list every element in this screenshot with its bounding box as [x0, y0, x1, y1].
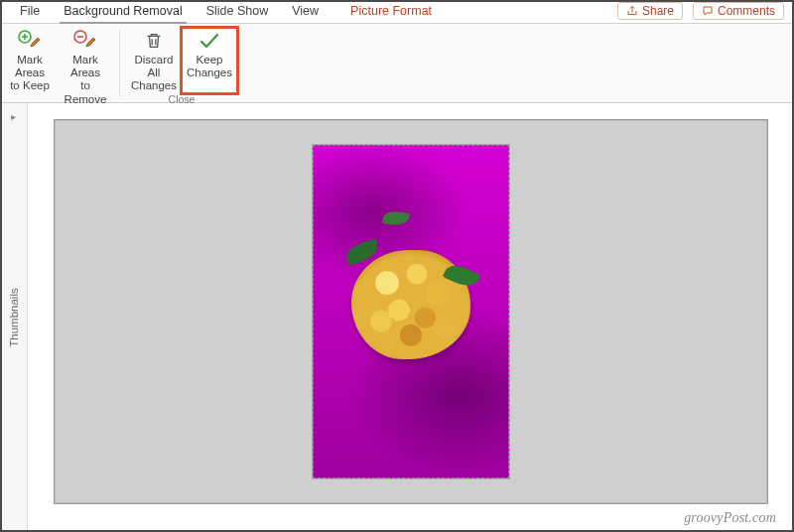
thumbnails-label: Thumbnails: [8, 288, 20, 346]
tab-strip: File Background Removal Slide Show View …: [0, 0, 794, 24]
main-area: ▸ Thumbnails groovyPost.com: [0, 103, 794, 532]
pencil-plus-icon: [16, 30, 44, 52]
tab-file[interactable]: File: [8, 0, 52, 23]
comments-icon: [702, 5, 714, 17]
thumbnails-panel[interactable]: ▸ Thumbnails: [0, 103, 28, 532]
tab-background-removal[interactable]: Background Removal: [52, 0, 195, 23]
keep-changes-button[interactable]: Keep Changes: [182, 28, 237, 93]
share-label: Share: [642, 4, 674, 18]
tab-view[interactable]: View: [280, 0, 331, 23]
keep-label: Keep Changes: [187, 54, 232, 79]
ribbon: Mark Areas to Keep Mark Areas to Remove …: [0, 24, 794, 103]
discard-label: Discard All Changes: [128, 54, 180, 93]
tab-slide-show[interactable]: Slide Show: [195, 0, 281, 23]
mark-keep-label: Mark Areas to Keep: [4, 54, 56, 93]
top-right-actions: Share Comments: [617, 2, 784, 20]
comments-label: Comments: [718, 4, 775, 18]
slide[interactable]: [54, 119, 768, 504]
ribbon-group-close: Discard All Changes Keep Changes Close: [124, 24, 239, 102]
checkmark-icon: [196, 30, 223, 52]
slide-canvas-area: groovyPost.com: [28, 103, 794, 532]
trash-icon: [140, 30, 168, 52]
pencil-minus-icon: [71, 30, 99, 52]
comments-button[interactable]: Comments: [693, 2, 784, 20]
discard-all-changes-button[interactable]: Discard All Changes: [126, 28, 182, 93]
mark-areas-to-remove-button[interactable]: Mark Areas to Remove: [58, 28, 113, 106]
ribbon-group-refine: Mark Areas to Keep Mark Areas to Remove …: [0, 24, 115, 102]
mark-areas-to-keep-button[interactable]: Mark Areas to Keep: [2, 28, 58, 106]
expand-thumbnails-icon[interactable]: ▸: [11, 111, 16, 122]
watermark-text: groovyPost.com: [684, 510, 776, 526]
mark-remove-label: Mark Areas to Remove: [60, 54, 111, 106]
share-icon: [626, 5, 638, 17]
tab-picture-format[interactable]: Picture Format: [338, 0, 444, 23]
leaf-shape: [382, 209, 410, 226]
ribbon-separator: [119, 30, 120, 96]
share-button[interactable]: Share: [617, 2, 683, 20]
selected-picture[interactable]: [313, 145, 509, 478]
